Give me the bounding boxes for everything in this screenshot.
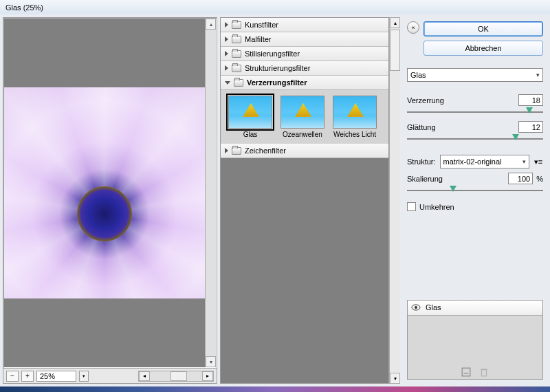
glaettung-field[interactable] (518, 121, 543, 133)
preview-scrollbar-vertical[interactable]: ▴ ▾ (205, 19, 216, 367)
svg-point-1 (415, 306, 417, 309)
category-strukturierungsfilter[interactable]: Strukturierungsfilter (221, 61, 388, 76)
category-label: Verzerrungsfilter (247, 78, 307, 87)
thumb-label: Weiches Licht (333, 131, 376, 138)
category-label: Malfilter (245, 35, 272, 43)
visibility-eye-icon[interactable] (410, 303, 421, 312)
collapse-button[interactable]: « (407, 21, 419, 34)
disclosure-triangle-icon (225, 81, 230, 85)
scroll-up-icon[interactable]: ▴ (206, 19, 216, 30)
thumb-label: Ozeanwellen (283, 131, 322, 138)
ok-button[interactable]: OK (424, 21, 543, 36)
skalierung-field[interactable] (508, 173, 533, 184)
unit-label: % (536, 175, 543, 183)
filter-thumb-ozeanwellen[interactable]: Ozeanwellen (278, 96, 327, 138)
zoom-out-button[interactable]: − (6, 371, 19, 382)
slider-label: Glättung (407, 123, 436, 131)
ok-label: OK (478, 25, 489, 33)
filter-select-value: Glas (410, 71, 426, 79)
thumbnail-image (333, 96, 377, 129)
folder-icon (232, 36, 241, 43)
new-effect-layer-icon[interactable] (461, 367, 471, 377)
preview-scrollbar-horizontal[interactable]: ◂ ▸ (138, 371, 214, 382)
category-label: Strukturierungsfilter (245, 64, 310, 72)
zoom-value: 25% (40, 372, 55, 380)
category-verzerrungsfilter[interactable]: Verzerrungsfilter (221, 76, 388, 90)
effect-layers: Glas (407, 300, 543, 380)
taskbar-strip (0, 386, 550, 392)
zoom-in-button[interactable]: + (21, 371, 34, 382)
skalierung-slider[interactable] (407, 186, 543, 195)
scroll-down-icon[interactable]: ▾ (390, 373, 400, 384)
preview-image (4, 87, 205, 298)
svg-rect-3 (464, 373, 469, 373)
filter-list-panel: Kunstfilter Malfilter Stilisierungsfilte… (220, 17, 400, 384)
umkehren-row: Umkehren (407, 202, 543, 211)
category-zeichenfilter[interactable]: Zeichenfilter (221, 144, 388, 158)
disclosure-triangle-icon (225, 148, 228, 153)
disclosure-triangle-icon (225, 65, 228, 71)
svg-rect-2 (462, 368, 470, 376)
scroll-right-icon[interactable]: ▸ (202, 371, 213, 381)
struktur-menu-icon[interactable]: ▾≡ (534, 157, 543, 166)
umkehren-label: Umkehren (419, 203, 454, 211)
thumbnail-image (228, 96, 272, 129)
glaettung-slider[interactable] (407, 134, 543, 144)
filter-thumb-weiches-licht[interactable]: Weiches Licht (331, 96, 379, 138)
disclosure-triangle-icon (225, 36, 228, 42)
filter-tree: Kunstfilter Malfilter Stilisierungsfilte… (220, 17, 389, 384)
thumbnail-image (280, 96, 324, 129)
folder-icon (232, 147, 241, 155)
layer-label: Glas (426, 303, 441, 312)
category-stilisierungsfilter[interactable]: Stilisierungsfilter (221, 47, 388, 61)
slider-label: Verzerrung (407, 96, 444, 105)
filter-tree-scrollbar[interactable]: ▴ ▾ (389, 17, 400, 384)
category-kunstfilter[interactable]: Kunstfilter (221, 18, 388, 32)
category-label: Stilisierungsfilter (245, 50, 300, 58)
struktur-select[interactable]: matrix-02-original (440, 155, 529, 168)
cancel-button[interactable]: Abbrechen (424, 41, 543, 56)
main-area: ▴ ▾ − + 25% ▾ ◂ ▸ (0, 14, 550, 386)
thumb-label: Glas (243, 131, 258, 138)
folder-icon (232, 21, 241, 29)
scroll-left-icon[interactable]: ◂ (139, 371, 150, 381)
effect-layer-row[interactable]: Glas (408, 301, 542, 316)
filter-select[interactable]: Glas (407, 68, 543, 82)
verzerrung-field[interactable] (518, 94, 543, 106)
scroll-down-icon[interactable]: ▾ (206, 356, 216, 367)
folder-icon (232, 50, 241, 58)
verzerrung-slider[interactable] (407, 107, 543, 117)
folder-icon (234, 79, 243, 87)
preview-viewport[interactable]: ▴ ▾ (3, 18, 217, 368)
layers-footer (408, 365, 542, 379)
delete-effect-layer-icon[interactable] (479, 367, 489, 377)
category-malfilter[interactable]: Malfilter (221, 32, 388, 47)
slider-skalierung: Skalierung % (407, 173, 543, 195)
umkehren-checkbox[interactable] (407, 202, 416, 211)
window-title: Glas (25%) (6, 3, 43, 12)
category-label: Kunstfilter (245, 21, 278, 29)
filter-thumbnails: Glas Ozeanwellen Weiches Licht (221, 90, 388, 144)
zoom-field[interactable]: 25% (36, 371, 76, 382)
disclosure-triangle-icon (225, 51, 228, 56)
preview-toolbar: − + 25% ▾ ◂ ▸ (3, 368, 217, 383)
slider-verzerrung: Verzerrung (407, 94, 543, 117)
disclosure-triangle-icon (225, 22, 228, 28)
zoom-dropdown-button[interactable]: ▾ (79, 371, 89, 382)
slider-glaettung: Glättung (407, 121, 543, 144)
struktur-label: Struktur: (407, 157, 436, 166)
settings-panel: « OK Abbrechen Glas Verzerrung Glätt (403, 17, 547, 384)
filter-thumb-glas[interactable]: Glas (226, 96, 274, 138)
preview-panel: ▴ ▾ − + 25% ▾ ◂ ▸ (3, 17, 217, 384)
svg-rect-4 (482, 370, 487, 376)
titlebar: Glas (25%) (0, 0, 550, 14)
scroll-up-icon[interactable]: ▴ (390, 17, 400, 28)
filter-gallery-window: Glas (25%) ▴ ▾ − + 25% ▾ ◂ (0, 0, 550, 392)
category-label: Zeichenfilter (245, 146, 286, 155)
cancel-label: Abbrechen (465, 44, 501, 52)
struktur-row: Struktur: matrix-02-original ▾≡ (407, 155, 543, 168)
svg-rect-5 (481, 369, 487, 370)
struktur-value: matrix-02-original (443, 157, 502, 166)
folder-icon (232, 65, 241, 72)
slider-label: Skalierung (407, 175, 443, 183)
